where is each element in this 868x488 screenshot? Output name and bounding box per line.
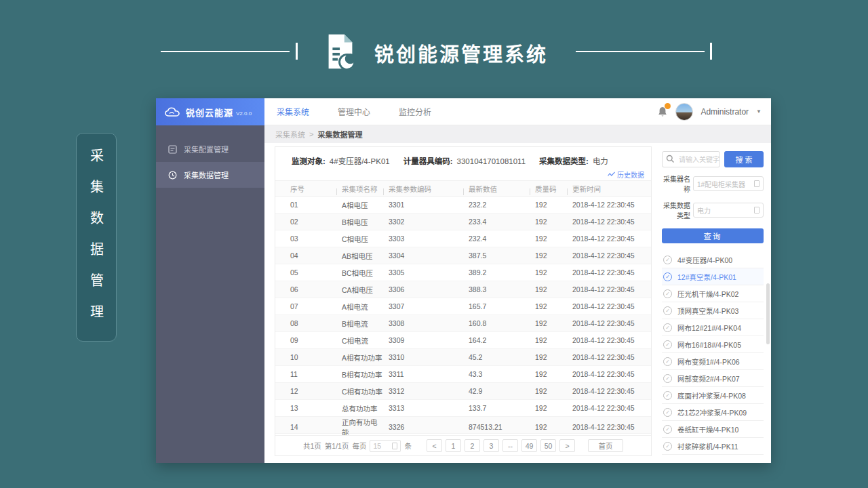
banner-tick-right (710, 43, 712, 60)
data-type-row: 采集数据类型 电力 (662, 200, 764, 220)
table-row: 10 A相有功功率 3310 45.2 192 2018-4-12 22:30:… (275, 349, 651, 366)
device-item[interactable]: ✓ 芯1芯2冲浆泵/4-PK09 (662, 404, 764, 421)
search-button[interactable]: 搜 索 (724, 151, 764, 167)
query-button[interactable]: 查询 (662, 228, 764, 243)
meter-code-label: 计量器具编码: (403, 155, 453, 166)
check-circle-icon: ✓ (663, 442, 672, 451)
history-data-link[interactable]: 历史数据 (608, 169, 644, 180)
device-item[interactable]: ✓ 网布12#21#/4-PK04 (662, 319, 764, 336)
device-item[interactable]: ✓ 网布变频1#/4-PK06 (662, 353, 764, 370)
cell-latest-value: 388.3 (463, 285, 530, 293)
cell-param-code: 3309 (383, 336, 463, 344)
cell-quality-code: 192 (530, 404, 567, 412)
banner-tick-left (296, 43, 298, 60)
cell-latest-value: 43.3 (463, 370, 530, 378)
cell-index: 12 (275, 387, 336, 395)
cell-param-code: 3307 (383, 302, 463, 310)
cell-update-time: 2018-4-12 22:30:45 (567, 370, 651, 378)
check-circle-icon: ✓ (663, 425, 672, 434)
device-item[interactable]: ✓ 衬浆碎浆机/4-PK11 (662, 438, 764, 455)
cell-item-name: CA相电压 (336, 285, 383, 295)
cell-quality-code: 192 (530, 268, 567, 277)
device-item[interactable]: ✓ 卷纸缸干燥/4-PK10 (662, 421, 764, 438)
device-label: 压光机干燥/4-PK02 (677, 289, 738, 299)
breadcrumb-parent[interactable]: 采集系统 (275, 129, 305, 140)
prev-page-button[interactable]: < (427, 439, 442, 452)
cell-item-name: C相有功功率 (336, 386, 383, 396)
table-row: 12 C相有功功率 3312 42.9 192 2018-4-12 22:30:… (275, 383, 651, 400)
tab-monitoring-analysis[interactable]: 监控分析 (399, 106, 431, 117)
sidebar-item-label: 采集配置管理 (184, 144, 229, 155)
header-quality-code: 质量码 (530, 184, 567, 194)
cell-latest-value: 232.4 (463, 235, 530, 243)
page-size-select[interactable]: 15 (370, 440, 401, 452)
info-bar: 监测对象: 4#变压器/4-PK01 计量器具编码: 3301041701081… (275, 147, 651, 167)
check-circle-icon: ✓ (663, 408, 672, 417)
table-row: 09 C相电流 3309 164.2 192 2018-4-12 22:30:4… (275, 332, 651, 349)
device-list: ✓ 4#变压器/4-PK00 ✓ 12#真空泵/4-PK01 ✓ 压光机干燥/4… (662, 251, 764, 455)
cell-update-time: 2018-4-12 22:30:45 (567, 319, 651, 327)
first-page-button[interactable]: 首页 (588, 439, 623, 452)
data-type-label: 采集数据类型: (539, 155, 589, 166)
collector-name-row: 采集器名称 1#配电柜采集器 (662, 174, 764, 194)
device-item[interactable]: ✓ 12#真空泵/4-PK01 (662, 268, 764, 285)
tab-management-center[interactable]: 管理中心 (338, 106, 370, 117)
sidebar-item-collection-config[interactable]: 采集配置管理 (156, 136, 264, 162)
page-button[interactable]: -- (502, 439, 518, 452)
cell-param-code: 3301 (383, 201, 463, 209)
cell-quality-code: 192 (530, 251, 567, 260)
cell-latest-value: 389.2 (463, 268, 530, 277)
cell-param-code: 3313 (383, 404, 463, 412)
page-button[interactable]: 1 (446, 439, 461, 452)
meter-code-value: 3301041701081011 (457, 157, 526, 165)
cell-param-code: 3311 (383, 370, 463, 378)
check-circle-icon: ✓ (663, 256, 672, 264)
device-item[interactable]: ✓ 网部变频2#/4-PK07 (662, 370, 764, 387)
tab-collection-system[interactable]: 采集系统 (277, 106, 309, 117)
monitor-object-label: 监测对象: (292, 155, 326, 166)
check-circle-icon: ✓ (663, 374, 672, 383)
cell-quality-code: 192 (530, 319, 567, 327)
cell-update-time: 2018-4-12 22:30:45 (567, 353, 651, 361)
nav-tabs: 采集系统 管理中心 监控分析 (264, 106, 431, 117)
cell-item-name: A相有功功率 (336, 352, 383, 363)
search-row: 搜 索 (662, 151, 764, 167)
next-page-button[interactable]: > (559, 439, 575, 452)
check-circle-icon: ✓ (663, 340, 672, 349)
notification-bell-icon[interactable] (657, 106, 668, 118)
cell-latest-value: 232.2 (463, 201, 530, 209)
table-row: 14 正向有功电能 3326 874513.21 192 2018-4-12 2… (275, 417, 651, 434)
cell-quality-code: 192 (530, 387, 567, 395)
cell-index: 11 (275, 370, 336, 378)
device-item[interactable]: ✓ 4#变压器/4-PK00 (662, 251, 764, 268)
side-tab-data-collection[interactable]: 采集数据管理 (76, 133, 117, 342)
page-button[interactable]: 49 (521, 439, 537, 452)
cell-update-time: 2018-4-12 22:30:45 (567, 302, 651, 310)
app-logo: 锐创云能源 V2.0.0 (156, 98, 264, 125)
device-item[interactable]: ✓ 顶网真空泵/4-PK03 (662, 302, 764, 319)
data-type-select[interactable]: 电力 (693, 203, 764, 218)
device-item[interactable]: ✓ 压光机干燥/4-PK02 (662, 285, 764, 302)
chevron-down-icon[interactable]: ▼ (756, 108, 762, 115)
cell-quality-code: 192 (530, 353, 567, 361)
cell-quality-code: 192 (530, 285, 567, 293)
page-button[interactable]: 3 (484, 439, 499, 452)
search-icon (666, 155, 675, 163)
device-item[interactable]: ✓ 网布16#18#/4-PK05 (662, 336, 764, 353)
device-item[interactable]: ✓ 底面衬冲浆泵/4-PK08 (662, 387, 764, 404)
cell-latest-value: 160.8 (463, 319, 530, 327)
sidebar: 锐创云能源 V2.0.0 采集配置管理 采集数据管理 (156, 98, 264, 463)
page-button[interactable]: 50 (540, 439, 556, 452)
table-row: 13 总有功功率 3313 133.7 192 2018-4-12 22:30:… (275, 400, 651, 417)
cell-item-name: C相电压 (336, 234, 383, 244)
page-button[interactable]: 2 (465, 439, 480, 452)
cell-quality-code: 192 (530, 235, 567, 243)
collector-name-select[interactable]: 1#配电柜采集器 (693, 176, 764, 191)
sidebar-item-collection-data[interactable]: 采集数据管理 (156, 162, 264, 188)
check-circle-icon: ✓ (663, 289, 672, 298)
table-row: 08 B相电流 3308 160.8 192 2018-4-12 22:30:4… (275, 315, 651, 332)
scrollbar-thumb[interactable] (766, 283, 770, 344)
table-row: 01 A相电压 3301 232.2 192 2018-4-12 22:30:4… (275, 197, 651, 214)
cloud-icon (165, 107, 181, 117)
user-avatar[interactable] (675, 103, 693, 121)
